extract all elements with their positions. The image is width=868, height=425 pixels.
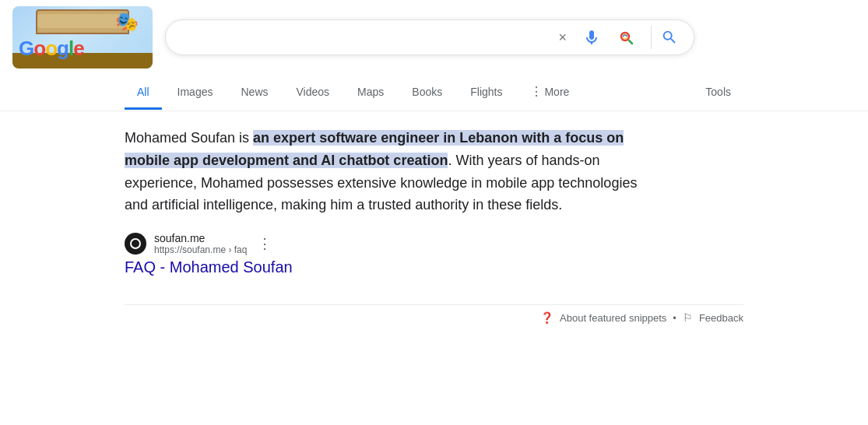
- doodle-background: 🎭 Google: [12, 6, 153, 68]
- tab-images[interactable]: Images: [165, 76, 226, 110]
- source-name: soufan.me: [154, 232, 247, 244]
- source-info: soufan.me https://soufan.me › faq: [154, 232, 247, 255]
- tab-books[interactable]: Books: [399, 76, 455, 110]
- search-icon: [661, 29, 678, 46]
- featured-snippet: Mohamed Soufan is an expert software eng…: [125, 127, 638, 276]
- google-logo-doodle[interactable]: 🎭 Google: [12, 6, 153, 68]
- tab-maps[interactable]: Maps: [345, 76, 396, 110]
- header: 🎭 Google who is mohamed soufan? ×: [0, 0, 868, 75]
- search-button[interactable]: [651, 26, 681, 49]
- result-title-link[interactable]: FAQ - Mohamed Soufan: [125, 258, 638, 276]
- clear-button[interactable]: ×: [555, 26, 570, 49]
- tab-more[interactable]: ⋮ More: [518, 75, 582, 111]
- feedback-icon: ⚐: [683, 311, 693, 324]
- favicon-inner: [130, 238, 141, 249]
- search-icons: ×: [555, 25, 681, 50]
- search-bar-wrapper: who is mohamed soufan? ×: [165, 19, 694, 55]
- source-favicon: [125, 233, 146, 255]
- voice-search-button[interactable]: [579, 25, 604, 50]
- google-wordmark: Google: [19, 37, 84, 61]
- tab-news[interactable]: News: [228, 76, 280, 110]
- navigation-tabs: All Images News Videos Maps Books Flight…: [0, 75, 868, 111]
- source-url: https://soufan.me › faq: [154, 244, 247, 255]
- tab-videos[interactable]: Videos: [284, 76, 343, 110]
- lens-button[interactable]: [613, 25, 638, 50]
- source-row: soufan.me https://soufan.me › faq ⋮: [125, 232, 638, 255]
- about-snippets-link[interactable]: About featured snippets: [560, 312, 666, 324]
- lens-icon: [617, 28, 635, 47]
- footer-info: ❓ About featured snippets • ⚐ Feedback: [0, 305, 868, 330]
- main-content: Mohamed Soufan is an expert software eng…: [0, 111, 868, 292]
- help-icon: ❓: [540, 311, 553, 324]
- search-bar: who is mohamed soufan? ×: [165, 19, 694, 55]
- tab-tools[interactable]: Tools: [693, 76, 743, 110]
- separator: •: [673, 312, 676, 324]
- more-dots-icon: ⋮: [530, 84, 543, 99]
- microphone-icon: [582, 28, 601, 47]
- feedback-link[interactable]: Feedback: [699, 312, 743, 324]
- snippet-intro: Mohamed Soufan is: [125, 130, 253, 146]
- search-input[interactable]: who is mohamed soufan?: [178, 30, 555, 44]
- tab-flights[interactable]: Flights: [458, 76, 515, 110]
- source-options-button[interactable]: ⋮: [258, 235, 272, 252]
- snippet-text: Mohamed Soufan is an expert software eng…: [125, 127, 638, 216]
- clear-icon: ×: [558, 30, 567, 46]
- tab-all[interactable]: All: [125, 76, 162, 110]
